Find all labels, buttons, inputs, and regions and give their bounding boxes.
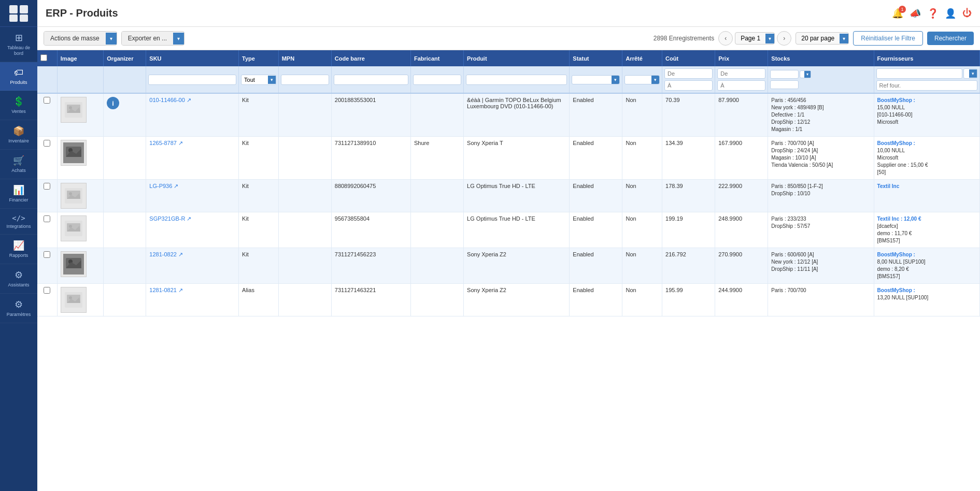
row-barcode-cell: 2001883553001 xyxy=(331,93,410,137)
row-checkbox[interactable] xyxy=(44,183,50,190)
row-cout-cell: 216.792 xyxy=(662,248,715,284)
arrete-filter-select[interactable]: ▾ xyxy=(624,75,660,84)
type-filter-arrow[interactable]: ▾ xyxy=(268,76,276,84)
next-page-button[interactable]: › xyxy=(777,31,791,46)
row-type-cell: Kit xyxy=(239,180,279,212)
dashboard-icon: ⊞ xyxy=(15,32,23,44)
row-fabricant-cell: Shure xyxy=(410,137,463,180)
sku-link[interactable]: SGP321GB-R ↗ xyxy=(149,215,235,222)
sidebar-item-rapports[interactable]: 📈 Rapports xyxy=(0,235,37,264)
row-fournisseurs-cell: BoostMyShop :8,00 NULL [SUP100]demo : 8,… xyxy=(874,248,979,284)
cout-a-input[interactable] xyxy=(664,80,713,91)
sidebar-item-integrations[interactable]: </> Integrations xyxy=(0,209,37,235)
fournisseur-name[interactable]: BoostMyShop : xyxy=(877,140,915,146)
fournisseur-detail: Microsoft xyxy=(877,155,899,161)
notification-icon[interactable]: 🔔 1 xyxy=(892,8,903,19)
row-statut-cell: Enabled xyxy=(570,248,622,284)
row-checkbox[interactable] xyxy=(44,97,50,104)
row-checkbox[interactable] xyxy=(44,215,50,222)
row-prix-cell: 222.9900 xyxy=(715,180,768,212)
mass-action-dropdown[interactable]: Actions de masse ▾ xyxy=(44,31,117,46)
fournisseur-name[interactable]: BoostMyShop : xyxy=(877,97,915,103)
sidebar-item-assistants[interactable]: ⚙ Assistants xyxy=(0,264,37,294)
search-button[interactable]: Rechercher xyxy=(927,32,974,45)
type-filter-select[interactable]: Tout ▾ xyxy=(241,75,276,85)
sku-link[interactable]: 1281-0822 ↗ xyxy=(149,251,235,258)
organizer-info-icon[interactable]: i xyxy=(107,97,119,109)
achats-icon: 🛒 xyxy=(13,155,24,166)
row-sku-cell: SGP321GB-R ↗ xyxy=(146,212,239,248)
ref-four-input[interactable] xyxy=(876,80,977,91)
sidebar-label: Inventaire xyxy=(8,138,29,144)
barcode-filter-input[interactable] xyxy=(334,75,408,85)
sidebar-item-tableau-de-bord[interactable]: ⊞ Tableau de bord xyxy=(0,27,37,62)
sku-link[interactable]: 1265-8787 ↗ xyxy=(149,140,235,147)
per-page-select[interactable]: 20 par page ▾ xyxy=(796,32,849,45)
prev-page-button[interactable]: ‹ xyxy=(718,31,733,46)
row-barcode-cell: 7311271463221 xyxy=(331,284,410,316)
page-arrow[interactable]: ▾ xyxy=(765,34,774,44)
sku-filter-input[interactable] xyxy=(148,75,236,85)
megaphone-icon[interactable]: 📣 xyxy=(910,8,921,19)
page-select[interactable]: Page 1 ▾ xyxy=(735,32,775,45)
header-stocks: Stocks xyxy=(768,50,874,66)
fournisseur-name[interactable]: BoostMyShop : xyxy=(877,287,915,293)
sidebar-item-financier[interactable]: 📊 Financier xyxy=(0,179,37,209)
sidebar-item-inventaire[interactable]: 📦 Inventaire xyxy=(0,120,37,150)
fabricant-filter-input[interactable] xyxy=(413,75,461,85)
user-icon[interactable]: 👤 xyxy=(945,8,956,19)
sidebar-item-parametres[interactable]: ⚙ Paramètres xyxy=(0,294,37,323)
header-image: Image xyxy=(57,50,103,66)
cout-de-input[interactable] xyxy=(664,68,713,79)
statut-filter-select[interactable]: ▾ xyxy=(572,75,620,84)
stocks-sel[interactable]: ▾ xyxy=(800,70,811,78)
row-checkbox[interactable] xyxy=(44,287,50,294)
export-dropdown[interactable]: Exporter en ... ▾ xyxy=(121,31,184,46)
sidebar-label: Ventes xyxy=(11,109,26,114)
row-arrete-cell: Non xyxy=(622,93,662,137)
stocks-a-input[interactable] xyxy=(770,80,799,89)
header-organizer: Organizer xyxy=(104,50,146,66)
mpn-filter-input[interactable] xyxy=(281,75,329,85)
reset-filter-button[interactable]: Réinitialiser le Filtre xyxy=(853,31,923,46)
row-mpn-cell xyxy=(278,212,331,248)
svg-rect-3 xyxy=(20,15,28,22)
parametres-icon: ⚙ xyxy=(15,299,23,310)
export-arrow[interactable]: ▾ xyxy=(173,33,184,45)
fournisseur-filter-select[interactable]: ▾ xyxy=(963,68,977,79)
stocks-de-input[interactable] xyxy=(770,70,799,79)
fournisseur-detail: Microsoft xyxy=(877,119,899,125)
select-all-checkbox[interactable] xyxy=(40,54,47,61)
row-checkbox[interactable] xyxy=(44,140,50,147)
header-fournisseurs: Fournisseurs xyxy=(874,50,979,66)
sidebar-label: Produits xyxy=(10,80,27,85)
main-content: ERP - Produits 🔔 1 📣 ❓ 👤 ⏻ Actions de ma… xyxy=(37,0,980,491)
sku-link[interactable]: 010-11466-00 ↗ xyxy=(149,97,235,104)
power-icon[interactable]: ⏻ xyxy=(962,8,972,19)
row-arrete-cell: Non xyxy=(622,180,662,212)
per-page-value: 20 par page xyxy=(796,33,840,44)
help-icon[interactable]: ❓ xyxy=(927,8,939,19)
export-label: Exporter en ... xyxy=(122,32,173,45)
filter-statut: ▾ xyxy=(570,66,622,93)
fournisseur-name[interactable]: Textil Inc : 12,00 € xyxy=(877,216,921,222)
fournisseur-name[interactable]: Textil Inc xyxy=(877,183,900,189)
prix-de-input[interactable] xyxy=(717,68,765,79)
arrete-filter-value xyxy=(625,78,651,81)
sidebar-item-ventes[interactable]: 💲 Ventes xyxy=(0,91,37,120)
sku-link[interactable]: 1281-0821 ↗ xyxy=(149,287,235,294)
prix-a-input[interactable] xyxy=(717,80,765,91)
sidebar-item-achats[interactable]: 🛒 Achats xyxy=(0,150,37,179)
header-mpn: MPN xyxy=(278,50,331,66)
produit-filter-input[interactable] xyxy=(466,75,567,85)
statut-filter-arrow[interactable]: ▾ xyxy=(612,76,619,84)
arrete-filter-arrow[interactable]: ▾ xyxy=(651,76,659,84)
row-checkbox[interactable] xyxy=(44,251,50,258)
mass-action-arrow[interactable]: ▾ xyxy=(106,33,117,45)
sku-link[interactable]: LG-P936 ↗ xyxy=(149,183,235,190)
sidebar-item-produits[interactable]: 🏷 Produits xyxy=(0,62,37,91)
fournisseur-filter-input[interactable] xyxy=(876,68,962,79)
row-organizer-cell xyxy=(104,248,146,284)
fournisseur-name[interactable]: BoostMyShop : xyxy=(877,252,915,257)
per-page-arrow[interactable]: ▾ xyxy=(840,34,848,44)
